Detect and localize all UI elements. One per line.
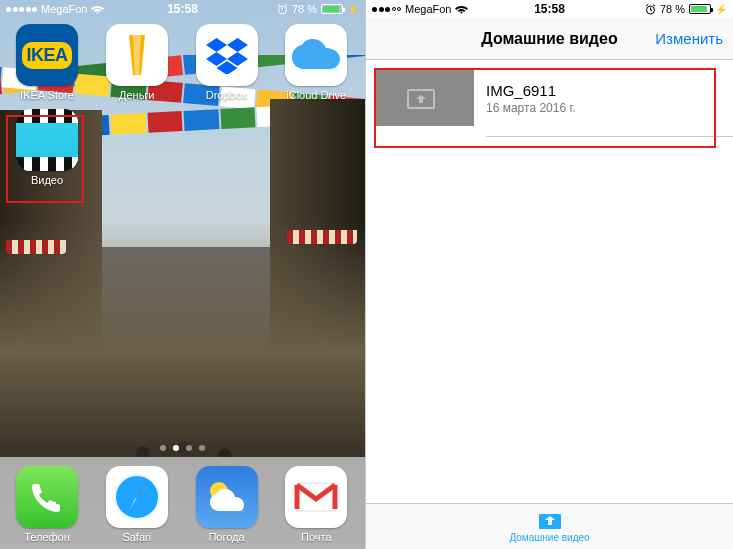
safari-icon [106, 466, 168, 528]
battery-icon [689, 4, 711, 14]
app-mail[interactable]: Почта [279, 466, 353, 543]
status-bar: MegaFon 15:58 78 % ⚡ [0, 0, 365, 18]
dock: Телефон Safari Погода Почта [0, 457, 365, 549]
videos-icon [16, 109, 78, 171]
wifi-icon [91, 4, 104, 14]
carrier-label: MegaFon [41, 3, 87, 15]
nav-bar: Домашние видео Изменить [366, 18, 733, 60]
dropbox-icon [196, 24, 258, 86]
phone-icon [16, 466, 78, 528]
video-list: IMG_6911 16 марта 2016 г. [366, 60, 733, 137]
battery-pct: 78 % [292, 3, 317, 15]
battery-icon [321, 4, 343, 14]
video-thumbnail [374, 70, 474, 126]
videos-app-screen: MegaFon 15:58 78 % ⚡ Домашние видео Изме… [366, 0, 733, 549]
app-dropbox[interactable]: Dropbox [190, 24, 264, 101]
status-bar: MegaFon 15:58 78 % ⚡ [366, 0, 733, 18]
money-icon [106, 24, 168, 86]
video-title: IMG_6911 [486, 82, 725, 99]
app-videos[interactable]: Видео [10, 109, 84, 186]
status-time: 15:58 [534, 2, 565, 16]
wifi-icon [455, 4, 468, 14]
tab-label: Домашние видео [509, 532, 589, 543]
gmail-icon [285, 466, 347, 528]
alarm-icon [645, 4, 656, 15]
alarm-icon [277, 4, 288, 15]
app-icloud-drive[interactable]: iCloud Drive [279, 24, 353, 101]
tab-home-videos[interactable]: Домашние видео [509, 510, 589, 543]
app-weather[interactable]: Погода [190, 466, 264, 543]
home-videos-tab-icon [538, 510, 562, 530]
cloud-icon [285, 24, 347, 86]
edit-button[interactable]: Изменить [655, 30, 723, 47]
status-time: 15:58 [167, 2, 198, 16]
home-screen: MegaFon 15:58 78 % ⚡ IKEA IKEA Store Ден… [0, 0, 366, 549]
charging-icon: ⚡ [347, 4, 359, 15]
charging-icon: ⚡ [715, 4, 727, 15]
video-date: 16 марта 2016 г. [486, 101, 725, 115]
signal-dots-icon [6, 7, 37, 12]
nav-title: Домашние видео [481, 30, 617, 48]
app-ikea-store[interactable]: IKEA IKEA Store [10, 24, 84, 101]
battery-pct: 78 % [660, 3, 685, 15]
page-indicator[interactable] [0, 445, 365, 451]
tab-bar: Домашние видео [366, 503, 733, 549]
video-row[interactable]: IMG_6911 16 марта 2016 г. [366, 60, 733, 136]
app-phone[interactable]: Телефон [10, 466, 84, 543]
app-money[interactable]: Деньги [100, 24, 174, 101]
carrier-label: MegaFon [405, 3, 451, 15]
app-safari[interactable]: Safari [100, 466, 174, 543]
ikea-icon: IKEA [16, 24, 78, 86]
signal-dots-icon [372, 7, 401, 12]
weather-icon [196, 466, 258, 528]
